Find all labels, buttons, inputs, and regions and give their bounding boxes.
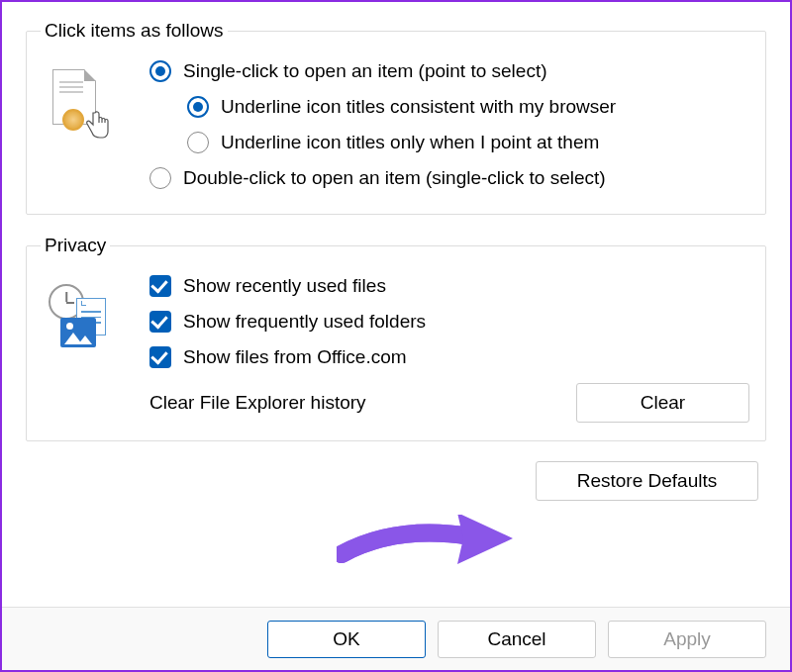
privacy-group: Privacy Show recently used files Show fr… bbox=[26, 235, 766, 441]
office-files-label: Show files from Office.com bbox=[183, 346, 407, 368]
clear-history-label: Clear File Explorer history bbox=[149, 392, 366, 414]
apply-button[interactable]: Apply bbox=[608, 621, 766, 658]
single-click-label: Single-click to open an item (point to s… bbox=[183, 60, 547, 82]
double-click-radio[interactable] bbox=[149, 167, 171, 189]
privacy-legend: Privacy bbox=[41, 235, 110, 256]
click-icon bbox=[52, 69, 108, 141]
double-click-label: Double-click to open an item (single-cli… bbox=[183, 167, 606, 189]
underline-point-radio[interactable] bbox=[187, 132, 209, 153]
annotation-arrow-icon bbox=[337, 515, 515, 569]
ok-button[interactable]: OK bbox=[267, 621, 426, 658]
recent-files-label: Show recently used files bbox=[183, 275, 386, 297]
cancel-button[interactable]: Cancel bbox=[438, 621, 596, 658]
dialog-footer: OK Cancel Apply bbox=[2, 607, 790, 670]
underline-browser-label: Underline icon titles consistent with my… bbox=[221, 96, 616, 118]
single-click-radio[interactable] bbox=[149, 60, 171, 82]
click-items-group: Click items as follows Single-click to o… bbox=[26, 20, 766, 215]
recent-files-check[interactable] bbox=[149, 275, 171, 297]
underline-browser-radio[interactable] bbox=[187, 96, 209, 118]
clear-button[interactable]: Clear bbox=[576, 383, 749, 423]
click-items-legend: Click items as follows bbox=[41, 20, 228, 42]
office-files-check[interactable] bbox=[149, 346, 171, 368]
restore-defaults-button[interactable]: Restore Defaults bbox=[536, 461, 758, 501]
underline-point-label: Underline icon titles only when I point … bbox=[221, 132, 599, 153]
freq-folders-label: Show frequently used folders bbox=[183, 311, 426, 333]
freq-folders-check[interactable] bbox=[149, 311, 171, 333]
svg-marker-0 bbox=[457, 515, 513, 564]
privacy-icon bbox=[47, 284, 116, 347]
